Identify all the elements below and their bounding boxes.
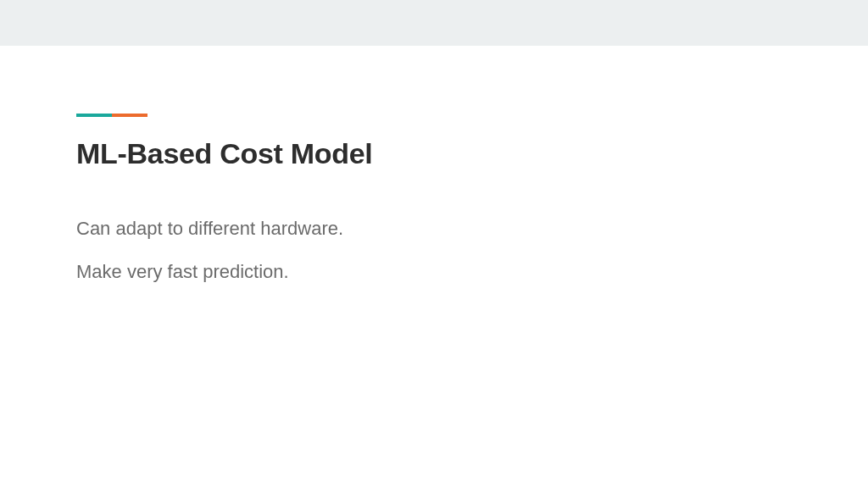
accent-orange-segment (112, 114, 147, 117)
accent-line (76, 114, 868, 117)
accent-teal-segment (76, 114, 112, 117)
slide-title: ML-Based Cost Model (76, 137, 868, 170)
body-line: Can adapt to different hardware. (76, 214, 868, 242)
body-line: Make very fast prediction. (76, 258, 868, 286)
slide-content: ML-Based Cost Model Can adapt to differe… (0, 46, 868, 286)
top-bar (0, 0, 868, 46)
